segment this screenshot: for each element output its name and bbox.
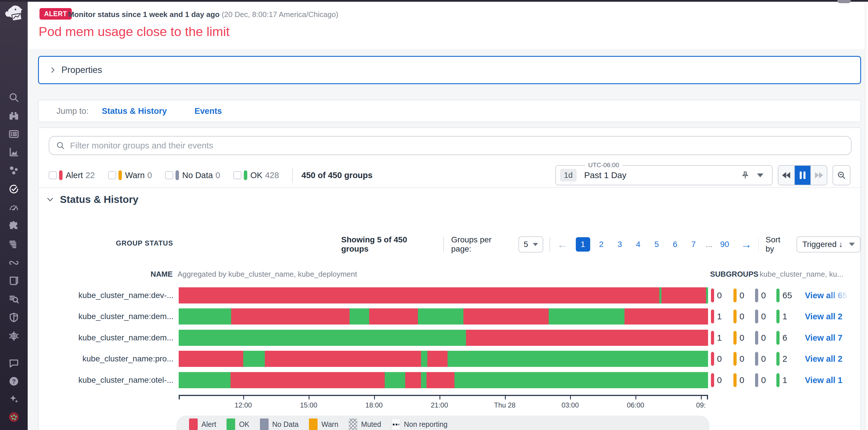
time-shortcut-chip: 1d: [560, 169, 577, 182]
page-link-4[interactable]: 4: [631, 237, 646, 252]
chevron-down-icon: [533, 243, 538, 246]
group-name[interactable]: kube_cluster_name:dem...: [79, 308, 174, 325]
page-link-3[interactable]: 3: [613, 237, 627, 252]
page-link-6[interactable]: 6: [668, 237, 682, 252]
group-name[interactable]: kube_cluster_name:pro...: [79, 351, 174, 367]
timeline-segment-alert: [466, 330, 708, 346]
timeline-segment-alert: [265, 351, 421, 367]
pin-icon[interactable]: [741, 171, 749, 180]
axis-tick: [439, 396, 440, 399]
jump-link-events[interactable]: Events: [194, 106, 222, 116]
vertical-scrollbar[interactable]: [865, 2, 868, 430]
status-filter-alert[interactable]: Alert22: [49, 170, 95, 180]
status-filter-warn[interactable]: Warn0: [108, 170, 152, 180]
next-page-arrow[interactable]: →: [741, 239, 752, 250]
status-filter-no-data[interactable]: No Data0: [165, 170, 220, 180]
network-icon[interactable]: [8, 330, 20, 342]
axis-tick-label: 15:00: [300, 401, 317, 409]
page-link-90[interactable]: 90: [718, 237, 732, 252]
view-all-link[interactable]: View all 2: [805, 312, 842, 321]
status-timeline-bar[interactable]: [179, 351, 708, 367]
legend-item-warn: Warn: [309, 419, 338, 430]
group-name[interactable]: kube_cluster_name:dev-...: [79, 287, 174, 304]
warn-pill: [734, 352, 737, 366]
group-status-label: GROUP STATUS: [116, 239, 173, 247]
status-filter-ok[interactable]: OK428: [234, 170, 279, 180]
checkbox[interactable]: [108, 171, 116, 179]
nodata-pill: [755, 352, 758, 366]
page-header: ALERT Monitor status since 1 week and 1 …: [28, 2, 868, 49]
alert-count: 0: [711, 352, 734, 366]
nodata-count: 0: [755, 310, 776, 324]
infrastructure-icon[interactable]: [8, 164, 20, 177]
logs-icon[interactable]: [8, 238, 20, 250]
apm-icon[interactable]: [8, 202, 20, 214]
timeline-segment-ok: [659, 287, 661, 304]
avatar[interactable]: [8, 411, 20, 423]
subgroup-counts: 0001View all 1: [711, 372, 856, 388]
status-history-section-header[interactable]: Status & History: [46, 194, 138, 205]
per-page-select[interactable]: 5: [519, 236, 543, 252]
notebooks-icon[interactable]: [8, 275, 20, 287]
security-icon[interactable]: [8, 312, 20, 324]
legend-item-nonrep: Non reporting: [392, 419, 447, 430]
watchdog-icon[interactable]: [8, 110, 20, 122]
group-name[interactable]: kube_cluster_name:dem...: [79, 330, 174, 346]
time-backward-button[interactable]: [778, 166, 795, 185]
dashboards-icon[interactable]: [8, 128, 20, 140]
group-name[interactable]: kube_cluster_name:otel-...: [79, 372, 174, 388]
view-all-link[interactable]: View all 1: [805, 375, 842, 385]
checkbox[interactable]: [165, 171, 173, 179]
page-title[interactable]: Pod mem usage close to the limit: [39, 24, 230, 39]
time-forward-button[interactable]: [811, 166, 827, 185]
time-range-picker[interactable]: UTC-06:00 1d Past 1 Day: [555, 165, 773, 185]
monitors-icon[interactable]: [8, 183, 20, 195]
timeline-segment-ok: [421, 351, 427, 367]
axis-tick-label: 18:00: [365, 401, 383, 409]
pipelines-icon[interactable]: [8, 256, 20, 269]
prev-page-arrow[interactable]: ←: [557, 239, 568, 250]
page-link-7[interactable]: 7: [686, 237, 701, 252]
status-timeline-bar[interactable]: [179, 287, 708, 304]
view-all-link[interactable]: View all 65: [805, 291, 847, 300]
aggregated-by-text: Aggregated by kube_cluster_name, kube_de…: [178, 270, 357, 279]
zoom-out-button[interactable]: [833, 165, 850, 185]
status-timeline-bar[interactable]: [179, 308, 708, 325]
alert-pill: [711, 331, 714, 345]
timeline-segment-ok: [243, 351, 265, 367]
jump-link-status-history[interactable]: Status & History: [102, 106, 167, 116]
pause-button[interactable]: [795, 166, 811, 185]
datadog-logo[interactable]: [4, 5, 24, 23]
group-filter-input[interactable]: [70, 141, 851, 150]
search-icon[interactable]: [8, 91, 20, 103]
legend-swatch-alert: [189, 419, 198, 430]
timeline-segment-alert: [179, 351, 243, 367]
axis-tick-label: 21:00: [431, 401, 448, 409]
status-timeline-bar[interactable]: [179, 330, 708, 346]
ai-assistant-icon[interactable]: [8, 393, 20, 405]
timeline-segment-alert: [179, 287, 659, 304]
status-filter-label: No Data: [182, 171, 213, 180]
feedback-icon[interactable]: [8, 357, 20, 369]
checkbox[interactable]: [49, 171, 57, 179]
warn-pill: [734, 288, 737, 302]
status-since-text: Monitor status since 1 week and 1 day ag…: [68, 10, 220, 19]
page-link-1[interactable]: 1: [576, 237, 590, 252]
page-link-5[interactable]: 5: [650, 237, 664, 252]
page-link-2[interactable]: 2: [594, 237, 609, 252]
view-all-link[interactable]: View all 7: [805, 333, 842, 343]
log-explorer-icon[interactable]: [8, 293, 20, 305]
alert-count: 0: [711, 373, 734, 387]
legend-swatch-ok: [226, 419, 235, 430]
sort-select[interactable]: Triggered ↓: [797, 236, 861, 252]
integrations-icon[interactable]: [8, 220, 20, 232]
group-filter-searchbox[interactable]: [49, 136, 851, 155]
per-page-label: Groups per page:: [451, 235, 513, 254]
help-icon[interactable]: ?: [8, 375, 20, 387]
checkbox[interactable]: [234, 171, 242, 179]
status-timeline-bar[interactable]: [179, 372, 708, 388]
metrics-icon[interactable]: [8, 146, 20, 158]
view-all-link[interactable]: View all 2: [805, 354, 842, 364]
properties-label: Properties: [61, 65, 102, 75]
properties-panel[interactable]: Properties: [38, 56, 861, 84]
